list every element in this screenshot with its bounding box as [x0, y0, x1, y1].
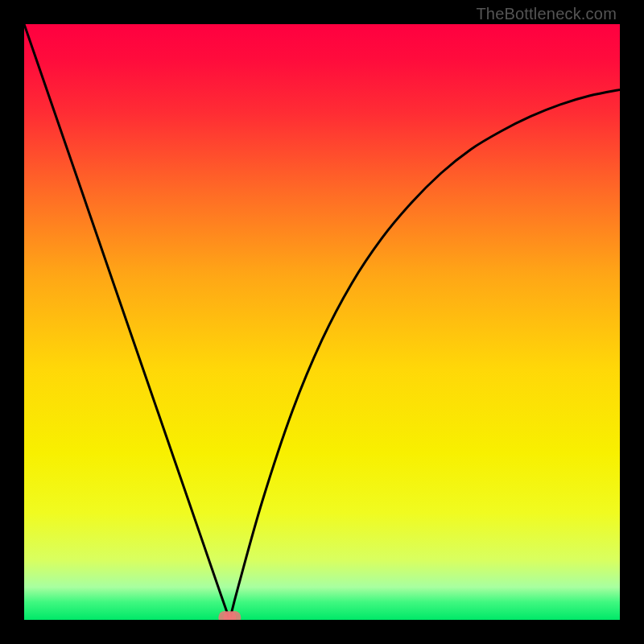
min-marker [218, 611, 241, 620]
plot-area [24, 24, 620, 620]
gradient-background [24, 24, 620, 620]
outer-frame: TheBottleneck.com [0, 0, 644, 644]
chart-svg [24, 24, 620, 620]
attribution-text: TheBottleneck.com [476, 5, 617, 23]
